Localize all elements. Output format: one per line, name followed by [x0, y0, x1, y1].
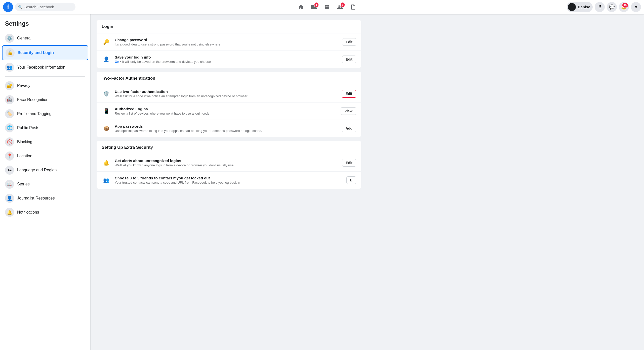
save-login-desc: On • It will only be saved on the browse…: [115, 60, 338, 64]
search-input[interactable]: [24, 5, 72, 9]
get-alerts-title: Get alerts about unrecognized logins: [115, 159, 338, 163]
sidebar-item-label: Location: [17, 154, 32, 158]
trusted-contacts-desc: Your trusted contacts can send a code an…: [115, 181, 342, 184]
sidebar-item-label: Blocking: [17, 140, 32, 144]
nav-marketplace-button[interactable]: [321, 1, 333, 13]
get-alerts-icon: 🔔: [102, 158, 111, 167]
apps-menu-button[interactable]: ⠿: [595, 2, 605, 12]
change-password-action: Edit: [342, 38, 356, 46]
sidebar-item-profile-tagging[interactable]: 🏷️ Profile and Tagging: [2, 107, 88, 121]
general-icon: ⚙️: [5, 34, 14, 43]
authorized-logins-action: View: [341, 107, 356, 115]
app-passwords-title: App passwords: [115, 124, 338, 128]
app-passwords-desc: Use special passwords to log into your a…: [115, 129, 338, 133]
two-factor-section-header: Two-Factor Authentication: [97, 72, 361, 85]
sidebar-item-face-recognition[interactable]: 🤖 Face Recognition: [2, 93, 88, 107]
sidebar-item-privacy[interactable]: 🔐 Privacy: [2, 79, 88, 93]
sidebar-item-label: Profile and Tagging: [17, 112, 52, 116]
sidebar-item-blocking[interactable]: 🚫 Blocking: [2, 135, 88, 149]
notifications-button[interactable]: 🔔 19: [619, 2, 629, 12]
main-content: Login 🔑 Change password It's a good idea…: [91, 14, 367, 350]
user-name: Denise: [578, 5, 590, 9]
sidebar-item-label: Face Recognition: [17, 97, 49, 102]
change-password-edit-button[interactable]: Edit: [342, 38, 356, 46]
blocking-icon: 🚫: [5, 137, 14, 146]
use-two-factor-row: 🛡️ Use two-factor authentication We'll a…: [97, 85, 361, 103]
facebook-info-icon: 👥: [5, 63, 14, 72]
user-pill[interactable]: Denise: [567, 2, 593, 12]
app-passwords-add-button[interactable]: Add: [342, 125, 356, 132]
two-factor-title: Use two-factor authentication: [115, 89, 338, 94]
app-passwords-text: App passwords Use special passwords to l…: [115, 124, 338, 133]
sidebar-item-label: Language and Region: [17, 168, 57, 172]
change-password-title: Change password: [115, 38, 338, 42]
two-factor-edit-button[interactable]: Edit: [342, 90, 356, 98]
trusted-contacts-row: 👥 Choose 3 to 5 friends to contact if yo…: [97, 172, 361, 189]
nav-groups-button[interactable]: 1: [334, 1, 346, 13]
facebook-logo[interactable]: f: [3, 2, 13, 12]
change-password-text: Change password It's a good idea to use …: [115, 38, 338, 46]
trusted-contacts-icon: 👥: [102, 176, 111, 185]
sidebar-item-label: Public Posts: [17, 126, 39, 130]
save-login-desc-suffix: • It will only be saved on the browsers …: [119, 60, 211, 64]
sidebar-item-stories[interactable]: 📖 Stories: [2, 177, 88, 191]
nav-watch-button[interactable]: 1: [308, 1, 320, 13]
app-passwords-action: Add: [342, 125, 356, 132]
account-menu-button[interactable]: ▾: [631, 2, 641, 12]
notifications-badge: 19: [622, 3, 628, 8]
save-login-title: Save your login info: [115, 55, 338, 59]
authorized-logins-icon: 📱: [102, 107, 111, 116]
sidebar-item-label: Journalist Resources: [17, 196, 55, 201]
search-bar[interactable]: 🔍: [15, 3, 75, 11]
extra-security-section-header: Setting Up Extra Security: [97, 141, 361, 154]
authorized-logins-title: Authorized Logins: [115, 107, 337, 111]
sidebar-item-label: General: [17, 36, 31, 40]
sidebar-item-notifications[interactable]: 🔔 Notifications: [2, 205, 88, 219]
security-icon: 🔒: [6, 48, 15, 57]
sidebar-item-public-posts[interactable]: 🌐 Public Posts: [2, 121, 88, 135]
sidebar-item-label: Your Facebook Information: [17, 65, 65, 70]
sidebar-divider: [5, 76, 85, 77]
face-recognition-icon: 🤖: [5, 95, 14, 104]
messenger-button[interactable]: 💬: [607, 2, 617, 12]
authorized-logins-view-button[interactable]: View: [341, 107, 356, 115]
sidebar-item-language-region[interactable]: Aa Language and Region: [2, 163, 88, 177]
profile-tagging-icon: 🏷️: [5, 109, 14, 118]
extra-security-section-title: Setting Up Extra Security: [102, 145, 356, 150]
sidebar-item-label: Security and Login: [18, 51, 54, 55]
trusted-contacts-text: Choose 3 to 5 friends to contact if you …: [115, 176, 342, 184]
nav-home-button[interactable]: [295, 1, 307, 13]
privacy-icon: 🔐: [5, 81, 14, 90]
save-login-edit-button[interactable]: Edit: [342, 56, 356, 63]
public-posts-icon: 🌐: [5, 123, 14, 132]
sidebar-item-location[interactable]: 📍 Location: [2, 149, 88, 163]
login-section-header: Login: [97, 20, 361, 33]
journalist-resources-icon: 👤: [5, 194, 14, 203]
language-region-icon: Aa: [5, 166, 14, 175]
search-icon: 🔍: [18, 5, 22, 9]
extra-security-section: Setting Up Extra Security 🔔 Get alerts a…: [97, 141, 361, 189]
login-section-title: Login: [102, 24, 356, 29]
authorized-logins-text: Authorized Logins Review a list of devic…: [115, 107, 337, 115]
groups-badge: 1: [340, 2, 345, 8]
sidebar-item-label: Stories: [17, 182, 30, 186]
sidebar-item-journalist-resources[interactable]: 👤 Journalist Resources: [2, 191, 88, 205]
save-login-icon: 👤: [102, 55, 111, 64]
change-password-desc: It's a good idea to use a strong passwor…: [115, 42, 338, 46]
two-factor-section: Two-Factor Authentication 🛡️ Use two-fac…: [97, 72, 361, 137]
trusted-contacts-edit-button[interactable]: E: [346, 176, 356, 184]
two-factor-action: Edit: [342, 90, 356, 98]
topnav-center: 1 1: [89, 1, 566, 13]
sidebar-title: Settings: [2, 18, 88, 31]
sidebar-item-general[interactable]: ⚙️ General: [2, 31, 88, 45]
two-factor-section-title: Two-Factor Authentication: [102, 76, 356, 81]
get-alerts-edit-button[interactable]: Edit: [342, 159, 356, 167]
sidebar-item-facebook-info[interactable]: 👥 Your Facebook Information: [2, 60, 88, 74]
avatar: [568, 3, 576, 11]
change-password-row: 🔑 Change password It's a good idea to us…: [97, 33, 361, 51]
trusted-contacts-action: E: [346, 176, 356, 184]
sidebar: Settings ⚙️ General 🔒 Security and Login…: [0, 14, 91, 350]
nav-pages-button[interactable]: [347, 1, 359, 13]
two-factor-text: Use two-factor authentication We'll ask …: [115, 89, 338, 98]
sidebar-item-security[interactable]: 🔒 Security and Login: [2, 45, 88, 60]
